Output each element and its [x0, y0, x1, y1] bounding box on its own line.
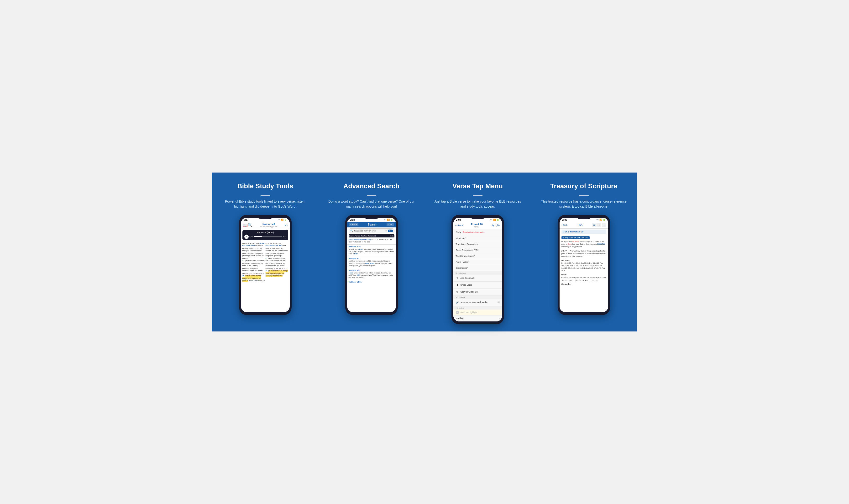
panel1-title: Bible Study Tools: [237, 182, 293, 190]
phone2-search-icon: 🔍: [350, 230, 353, 232]
panel-verse-tap-menu: Verse Tap Menu Just tap a Bible verse to…: [424, 173, 531, 331]
phone3-nav: ‹ < Back Rom 8:28 NKJV Highlights: [453, 222, 502, 229]
phone2-mockup: 2:08 ▪▪▪ 📶 🔋 < Back Search CSB 🔍 Jesus A…: [345, 215, 398, 315]
phone1-audio-controls: ⏸ 0:56 4:32: [245, 235, 286, 239]
phone4-up-arrow[interactable]: ↑: [602, 223, 606, 227]
phone4-prev-arrow[interactable]: ⏮: [592, 223, 597, 227]
phone2-result-2: Matthew 9:2 Just then some men brought t…: [347, 256, 396, 268]
phone3-menu-translation[interactable]: Translation Comparison: [453, 241, 502, 247]
phone4-time: 2:06: [562, 219, 567, 221]
phone4-mockup: 2:06 ▪▪▪ 📶 🔋 ‹ Back TSK ⏮ ‹ ↑: [558, 215, 610, 315]
phone3-menu-interlinear[interactable]: Interlinear*: [453, 235, 502, 241]
chevron-right-icon: ›: [499, 317, 500, 320]
phone1-audio-progress-bar[interactable]: [254, 236, 282, 237]
phone1-time-total: 4:32: [283, 236, 286, 237]
phone4-we-know-title: we know: [561, 259, 606, 261]
phone4-status-icons: ▪▪▪ 📶 🔋: [596, 219, 606, 221]
phone2-result-3: Matthew 9:22 Jesus turned and saw her. "…: [347, 268, 396, 280]
phone2-help-button[interactable]: Help: [390, 235, 394, 237]
copy-icon: ⧉: [456, 290, 459, 293]
phone2-result-1: Matthew 8:10 Hearing this, Jesus was ama…: [347, 245, 396, 256]
phone3-nav-center: Rom 8:28 NKJV: [471, 223, 483, 228]
phone2-back-button[interactable]: < Back: [349, 223, 359, 226]
phone1-col2-text1: us in our weakness, because we do not kn…: [266, 242, 288, 257]
phone3-time: 2:02: [456, 219, 461, 221]
wifi-icon: 📶: [387, 219, 390, 221]
phone3-remove-highlight[interactable]: ✕ Remove Highlight: [453, 309, 502, 316]
phone3-menu-commentaries[interactable]: Text Commentaries*: [453, 253, 502, 259]
phone1-time-elapsed: 0:56: [250, 236, 253, 237]
phone2-result2-title[interactable]: Matthew 9:2: [349, 257, 394, 259]
wifi-icon: 📶: [281, 219, 284, 221]
phone2-nav-right[interactable]: CSB: [386, 223, 394, 226]
phone1-time: 5:17: [244, 219, 249, 221]
phone1-col1-v27: 27 ¶ Now He who searches the hearts know…: [242, 259, 265, 275]
phone2-result-4: Matthew 14:31: [347, 280, 396, 285]
phone3-mockup: 2:02 ▪▪▪ 📶 🔋 ‹ < Back Rom 8:28 NKJV High…: [451, 215, 504, 324]
phone2-result3-text: Jesus turned and saw her. "Have courage,…: [349, 272, 394, 279]
phone1-col2: us in our weakness, because we do not kn…: [266, 242, 288, 282]
phone1-search-icon[interactable]: 🔍: [248, 223, 252, 228]
phone3-menu-dictionaries[interactable]: Dictionaries*: [453, 265, 502, 271]
phone2-clear-icon[interactable]: ✕: [385, 230, 387, 232]
phone4-back-button[interactable]: ‹ Back: [561, 224, 568, 226]
panel4-desc: This trusted resource has a concordance,…: [538, 199, 630, 209]
phone3-menu-sunday[interactable]: Sunday ›: [453, 316, 502, 321]
phone4-back-arrow[interactable]: ‹: [597, 223, 601, 227]
phone3-menu-crossref[interactable]: Cross-References (TSK): [453, 247, 502, 253]
phone2-go-button[interactable]: Go: [388, 230, 393, 232]
wifi-icon: 📶: [493, 219, 496, 221]
phone1-status-icons: ▪▪▪ 📶 🔋: [278, 219, 287, 221]
phone2-search-bar: 🔍 Jesus AND (faith OR love) ✕ Go: [349, 228, 394, 233]
phone2-result4-title[interactable]: Matthew 14:31: [349, 281, 394, 283]
phone2-search-range: Search Range: The New Testament Help: [349, 234, 394, 237]
signal-icon: ▪▪▪: [384, 219, 386, 221]
phone2-notch: [364, 215, 379, 219]
phone2-result1-text: Hearing this, Jesus was amazed and said …: [349, 248, 394, 255]
phone1-notch: [258, 215, 272, 219]
audio-icon: 🔊: [456, 301, 459, 304]
study-label: Study: [456, 231, 461, 233]
phone1-book-icon[interactable]: 📖: [243, 223, 248, 228]
phone3-audio-label: Audio Bible: [453, 295, 502, 299]
panel1-divider: [260, 195, 270, 196]
star-icon: ★: [456, 276, 459, 280]
battery-icon: 🔋: [284, 219, 287, 221]
phone1-col2-v27: 27 ¶ And he who searches our hearts know…: [266, 257, 288, 270]
phone1-right-arrow[interactable]: ›: [286, 223, 288, 227]
phone3-menu-audio[interactable]: 🔊 Start NKJV (Narrated) Audio* ⓘ: [453, 299, 502, 306]
panel-bible-study-tools: Bible Study Tools Powerful Bible study t…: [212, 173, 318, 331]
phone2-nav: < Back Search CSB: [347, 222, 396, 228]
phone4-tsk-question[interactable]: ? Why does the TSK use KJV: [561, 236, 590, 239]
phone3-menu-section: Study *Requires internet connection. Int…: [453, 229, 502, 321]
phone1-audio-player: Romans 8 (NKJV) ⏸ 0:56 4:32: [242, 230, 288, 240]
phone1-play-button[interactable]: ⏸: [245, 235, 249, 239]
phone1-col2-v28: 28 ¶ We know that all things work togeth…: [266, 270, 288, 277]
phone2-result1-title[interactable]: Matthew 8:10: [349, 246, 394, 248]
phone3-menu-audio-video[interactable]: Audio / Video*: [453, 259, 502, 265]
phone2-range-text: Search Range: The New Testament: [349, 235, 376, 237]
question-icon: ?: [563, 236, 564, 239]
phone1-screen: 5:17 ▪▪▪ 📶 🔋 📖 🔍 Romans 8 NKJV (online) …: [241, 218, 290, 312]
phone2-time: 2:08: [350, 219, 355, 221]
phone4-tsk-section: TSK :: Romans 8:28 ? Why does the TSK us…: [560, 229, 608, 287]
phone2-status-icons: ▪▪▪ 📶 🔋: [384, 219, 393, 221]
info-icon[interactable]: ⓘ: [498, 301, 500, 304]
phone3-menu-copy[interactable]: ⧉ Copy to Clipboard: [453, 289, 502, 295]
phone3-nav-title: Rom 8:28: [471, 223, 483, 226]
panel-treasury: Treasury of Scripture This trusted resou…: [531, 173, 637, 331]
phone3-menu-bookmark[interactable]: ★ Add Bookmark: [453, 275, 502, 282]
phone2-search-input[interactable]: Jesus AND (faith OR love): [354, 230, 384, 232]
copy-label: Copy to Clipboard: [460, 291, 478, 293]
phone3-back-button[interactable]: ‹ < Back: [455, 224, 463, 227]
phone3-menu-study[interactable]: Study *Requires internet connection.: [453, 229, 502, 235]
panel4-title: Treasury of Scripture: [550, 182, 617, 190]
phone2-result3-title[interactable]: Matthew 9:22: [349, 269, 394, 271]
panel-advanced-search: Advanced Search Doing a word study? Can'…: [318, 173, 424, 331]
phone4-tsk-title: TSK :: Romans 8:28: [561, 230, 606, 234]
phone1-nav-title: Romans 8: [252, 223, 285, 226]
phone3-menu-share[interactable]: ⬆ Share Verse: [453, 282, 502, 289]
phone3-highlights-button[interactable]: Highlights: [491, 224, 500, 227]
phone4-we-know-refs: Rom 8:35-39; Rom 5:3,4; Gen 50:20; Deu 8…: [561, 262, 606, 272]
panel2-desc: Doing a word study? Can't find that one …: [325, 199, 417, 209]
